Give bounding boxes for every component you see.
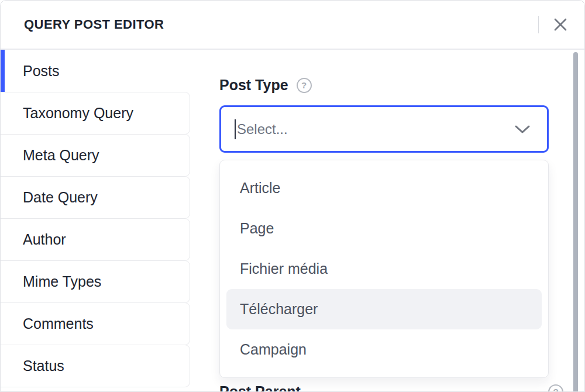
chevron-down-icon: [514, 124, 531, 135]
modal-body: Posts Taxonomy Query Meta Query Date Que…: [1, 50, 584, 391]
help-icon[interactable]: ?: [548, 384, 563, 392]
close-icon: [553, 17, 568, 32]
header-divider: [538, 16, 539, 33]
post-type-label: Post Type: [219, 77, 288, 94]
tab-panel-posts: Post Type ? Select... Article Page Fichi…: [190, 50, 584, 391]
option-page[interactable]: Page: [220, 208, 548, 249]
option-telecharger[interactable]: Télécharger: [226, 289, 542, 329]
post-type-select[interactable]: Select...: [219, 105, 549, 153]
post-parent-label-row: Post Parent ?: [219, 383, 563, 392]
query-tabs-sidebar: Posts Taxonomy Query Meta Query Date Que…: [1, 50, 190, 391]
text-cursor: [235, 119, 236, 139]
close-button[interactable]: [549, 13, 572, 36]
tab-status[interactable]: Status: [1, 345, 190, 387]
option-fichier-media[interactable]: Fichier média: [220, 249, 548, 289]
modal-title: QUERY POST EDITOR: [24, 17, 164, 32]
help-icon[interactable]: ?: [297, 78, 312, 93]
query-post-editor-modal: QUERY POST EDITOR Posts Taxonomy Query M…: [0, 0, 585, 392]
tab-posts[interactable]: Posts: [1, 50, 190, 92]
modal-header: QUERY POST EDITOR: [1, 1, 584, 50]
header-actions: [538, 1, 572, 49]
post-type-label-row: Post Type ?: [219, 77, 584, 94]
tab-mime-types[interactable]: Mime Types: [1, 260, 190, 303]
tab-date-query[interactable]: Date Query: [1, 176, 190, 219]
tab-author[interactable]: Author: [1, 218, 190, 261]
vertical-scrollbar[interactable]: [573, 52, 578, 392]
tab-comments[interactable]: Comments: [1, 302, 190, 345]
tab-taxonomy-query[interactable]: Taxonomy Query: [1, 92, 190, 135]
tab-meta-query[interactable]: Meta Query: [1, 134, 190, 177]
option-campaign[interactable]: Campaign: [220, 329, 548, 370]
post-parent-label: Post Parent: [219, 383, 301, 392]
post-type-options-menu: Article Page Fichier média Télécharger C…: [219, 160, 549, 378]
option-article[interactable]: Article: [220, 168, 548, 208]
post-type-select-placeholder: Select...: [237, 121, 514, 137]
